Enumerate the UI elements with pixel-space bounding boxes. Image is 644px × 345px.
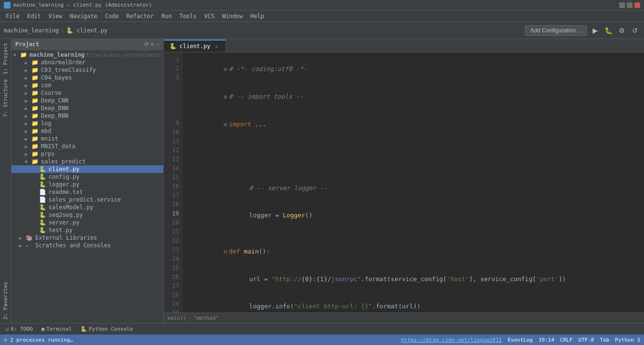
list-item[interactable]: ▶📁MNIST_data xyxy=(11,142,163,150)
project-tab[interactable]: 1: Project xyxy=(1,41,10,76)
todo-icon: ☑ xyxy=(6,326,9,332)
collapsed-lines xyxy=(187,138,640,174)
menu-vcs[interactable]: VCS xyxy=(200,12,218,20)
status-event-log[interactable]: EventLog xyxy=(507,337,533,343)
structure-tab[interactable]: 7: Structure xyxy=(1,77,10,119)
debug-button[interactable]: 🐛 xyxy=(603,25,614,36)
breadcrumb-file[interactable]: 🐍 client.py xyxy=(66,27,108,34)
line-number: 22 xyxy=(164,236,183,245)
list-item[interactable]: 🐍salesModel.py xyxy=(11,203,163,211)
menu-tools[interactable]: Tools xyxy=(176,12,200,20)
menu-view[interactable]: View xyxy=(45,12,66,20)
list-item[interactable]: 🐍logger.py xyxy=(11,181,163,188)
list-item[interactable]: 🐍config.py xyxy=(11,173,163,181)
gear-icon[interactable]: ⚙ xyxy=(151,41,154,48)
tab-todo[interactable]: ☑ 6: TODO xyxy=(2,325,37,333)
code-line: # -- server logger -- xyxy=(187,174,640,202)
line-number: 10 xyxy=(164,128,183,137)
close-button[interactable] xyxy=(634,2,640,8)
titlebar: machine_learning – client.py (Administra… xyxy=(0,0,644,10)
menu-file[interactable]: File xyxy=(2,12,23,20)
list-item[interactable]: ▶📚External Libraries xyxy=(11,234,163,242)
menu-window[interactable]: Window xyxy=(218,12,247,20)
code-content[interactable]: ⊟# -*- coding:utf8 -*- ⊟# -- import tool… xyxy=(183,52,644,313)
project-tree: ▼ 📁 machine_learning E:\worksapce_pychar… xyxy=(11,50,163,323)
line-number: 29 xyxy=(164,300,183,309)
line-number: 17 xyxy=(164,191,183,200)
line-number: 12 xyxy=(164,146,183,155)
code-line: url = "http://{0}:{1}/jsonrpc".format(se… xyxy=(187,265,640,293)
statusbar: ⚙ 2 processes running… https://blog.csdn… xyxy=(0,335,644,345)
status-indent[interactable]: Tab xyxy=(600,337,609,343)
list-item[interactable]: ▶📁Deep_DNN xyxy=(11,104,163,112)
status-url[interactable]: https://blog.csdn.net/lingzw2011 xyxy=(401,337,502,343)
list-item[interactable]: ▶📁mbd xyxy=(11,127,163,135)
menu-run[interactable]: Run xyxy=(158,12,176,20)
bc-item1[interactable]: main() xyxy=(168,315,187,321)
code-line xyxy=(187,229,640,238)
side-tool-panel: 1: Project 7: Structure 2: Favorites xyxy=(0,39,11,323)
collapse-icon[interactable]: − xyxy=(156,41,159,48)
status-python[interactable]: Python 3 xyxy=(615,337,640,343)
line-number: 28 xyxy=(164,291,183,300)
list-item[interactable]: ▶📁abnormalOrder xyxy=(11,59,163,66)
code-line: logger.info("client http-url: {}".format… xyxy=(187,293,640,313)
toolbar: machine_learning › 🐍 client.py Add Confi… xyxy=(0,22,644,39)
fold-marker[interactable]: ⊟ xyxy=(224,122,227,128)
list-item[interactable]: 📄sales_predict.service xyxy=(11,196,163,203)
list-item[interactable]: ▶📁C04_bayes xyxy=(11,74,163,81)
favorites-tab[interactable]: 2: Favorites xyxy=(1,280,10,321)
line-number: 18 xyxy=(164,200,183,209)
fold-marker[interactable]: ⊟ xyxy=(224,249,227,255)
list-item[interactable]: ▶📁Course xyxy=(11,89,163,97)
list-item[interactable]: ▼📁sales_predict xyxy=(11,158,163,165)
menu-help[interactable]: Help xyxy=(247,12,268,20)
run-button[interactable]: ▶ xyxy=(590,25,600,36)
list-item[interactable]: ▶📁Deep_RNN xyxy=(11,112,163,120)
list-item[interactable]: 🐍server.py xyxy=(11,219,163,226)
fold-marker[interactable]: ⊟ xyxy=(224,66,227,72)
status-processes[interactable]: ⚙ 2 processes running… xyxy=(4,337,73,343)
list-item[interactable]: 🐍seq2seq.py xyxy=(11,211,163,219)
minimize-button[interactable] xyxy=(619,2,625,8)
status-charset[interactable]: UTF-8 xyxy=(578,337,594,343)
reload-button[interactable]: ↺ xyxy=(630,25,640,36)
project-panel-header: Project ⟳ ⚙ − xyxy=(11,39,163,50)
maximize-button[interactable] xyxy=(627,2,633,8)
menu-code[interactable]: Code xyxy=(101,12,123,20)
add-configuration-button[interactable]: Add Configuration… xyxy=(525,25,587,36)
bottom-tabs: ☑ 6: TODO ▣ Terminal 🐍 Python Console xyxy=(0,323,644,335)
list-item[interactable]: 🐍test.py xyxy=(11,226,163,234)
terminal-icon: ▣ xyxy=(41,326,45,332)
list-item[interactable]: ▶📁C03_treeClassify xyxy=(11,66,163,74)
sync-icon[interactable]: ⟳ xyxy=(144,41,149,48)
list-item[interactable]: ▶📁Deep_CNN xyxy=(11,97,163,104)
line-number: 19 xyxy=(164,209,183,218)
tree-item-client-py[interactable]: 🐍client.py xyxy=(11,165,163,173)
tree-root[interactable]: ▼ 📁 machine_learning E:\worksapce_pychar… xyxy=(11,51,163,59)
status-crlf[interactable]: CRLF xyxy=(560,337,573,343)
breadcrumb-project[interactable]: machine_learning xyxy=(4,27,59,34)
list-item[interactable]: ▶📁mnist xyxy=(11,135,163,142)
bc-item2[interactable]: "method" xyxy=(193,315,218,321)
build-button[interactable]: ⚙ xyxy=(616,25,627,36)
list-item[interactable]: ▶📁log xyxy=(11,120,163,127)
status-line-col[interactable]: 19:14 xyxy=(538,337,554,343)
list-item[interactable]: ▶📁com xyxy=(11,81,163,89)
code-line: logger = Logger() xyxy=(187,202,640,229)
bc-sep: › xyxy=(188,315,192,321)
menu-refactor[interactable]: Refactor xyxy=(122,12,158,20)
menu-navigate[interactable]: Navigate xyxy=(66,12,101,20)
tab-client-py[interactable]: 🐍 client.py ✕ xyxy=(164,40,226,52)
bottom-breadcrumb: main() › "method" xyxy=(164,313,644,323)
tab-python-console[interactable]: 🐍 Python Console xyxy=(77,325,137,333)
list-item[interactable]: 📄readme.txt xyxy=(11,188,163,196)
tab-close-button[interactable]: ✕ xyxy=(213,43,220,50)
statusbar-left: ⚙ 2 processes running… xyxy=(4,337,73,343)
menubar: File Edit View Navigate Code Refactor Ru… xyxy=(0,10,644,22)
scratches-consoles-item[interactable]: ▶✏️Scratches and Consoles xyxy=(11,242,163,249)
menu-edit[interactable]: Edit xyxy=(23,12,45,20)
fold-marker[interactable]: ⊟ xyxy=(224,94,227,100)
tab-terminal[interactable]: ▣ Terminal xyxy=(38,325,76,333)
list-item[interactable]: ▶📁prps xyxy=(11,150,163,158)
